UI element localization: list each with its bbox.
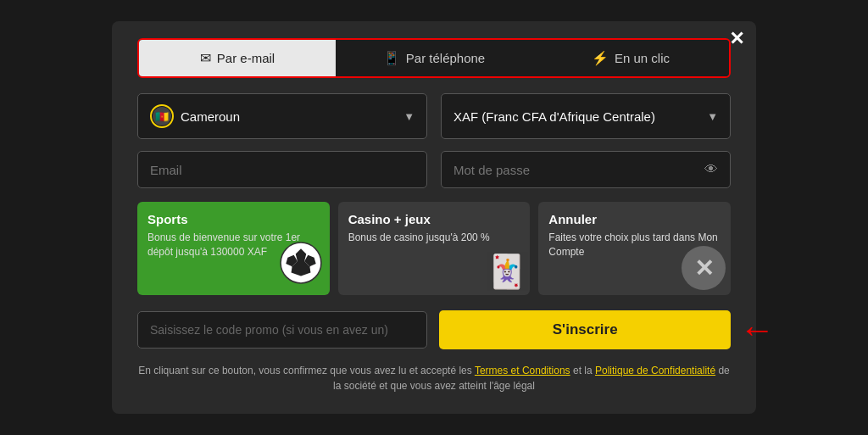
tab-container: ✉ Par e-mail 📱 Par téléphone ⚡ En un cli…: [137, 38, 731, 78]
arrow-icon: ←: [739, 312, 775, 348]
footer-text-middle: et la: [570, 365, 595, 376]
phone-icon: 📱: [383, 50, 400, 66]
bonus-card-annuler[interactable]: Annuler Faites votre choix plus tard dan…: [538, 202, 731, 295]
credentials-row: 👁: [137, 151, 731, 188]
email-icon: ✉: [200, 50, 211, 66]
chevron-down-icon: ▼: [707, 110, 718, 123]
lightning-icon: ⚡: [592, 50, 609, 66]
register-button[interactable]: S'inscrire: [439, 310, 731, 349]
bonus-card-sports[interactable]: Sports Bonus de bienvenue sur votre 1er …: [137, 202, 330, 295]
password-field-wrapper: 👁: [441, 151, 731, 188]
tab-phone[interactable]: 📱 Par téléphone: [336, 40, 532, 76]
soccer-ball-icon: [279, 241, 323, 288]
x-circle-icon: ✕: [682, 246, 726, 290]
footer-text: En cliquant sur ce bouton, vous confirme…: [137, 363, 731, 393]
tab-phone-label: Par téléphone: [406, 51, 485, 65]
tab-email-label: Par e-mail: [217, 51, 275, 65]
tab-oneclick-label: En un clic: [615, 51, 670, 65]
casino-bonus-title: Casino + jeux: [348, 212, 520, 226]
country-label: Cameroun: [181, 109, 240, 124]
chevron-down-icon: ▼: [403, 110, 415, 123]
email-field-wrapper: [137, 151, 427, 188]
cards-icon: 🃏: [487, 253, 526, 290]
casino-bonus-text: Bonus de casino jusqu'à 200 %: [348, 231, 520, 245]
bonus-card-casino[interactable]: Casino + jeux Bonus de casino jusqu'à 20…: [338, 202, 531, 295]
registration-modal: ✕ ✉ Par e-mail 📱 Par téléphone ⚡ En un c…: [112, 21, 756, 414]
eye-icon[interactable]: 👁: [704, 162, 718, 177]
currency-dropdown[interactable]: XAF (Franc CFA d'Afrique Centrale) ▼: [441, 93, 731, 139]
tab-oneclick[interactable]: ⚡ En un clic: [532, 40, 729, 76]
country-dropdown[interactable]: 🇨🇲 Cameroun ▼: [137, 93, 427, 139]
country-currency-row: 🇨🇲 Cameroun ▼ XAF (Franc CFA d'Afrique C…: [137, 93, 731, 139]
promo-input[interactable]: [137, 311, 427, 349]
privacy-link[interactable]: Politique de Confidentialité: [595, 365, 715, 376]
email-input[interactable]: [150, 163, 415, 177]
terms-link[interactable]: Termes et Conditions: [475, 365, 570, 376]
password-input[interactable]: [453, 163, 704, 177]
tab-email[interactable]: ✉ Par e-mail: [139, 40, 336, 76]
action-row: S'inscrire ←: [137, 310, 731, 349]
sports-bonus-title: Sports: [147, 212, 320, 226]
bonus-cards-row: Sports Bonus de bienvenue sur votre 1er …: [137, 202, 731, 295]
flag-icon: 🇨🇲: [150, 104, 174, 128]
annuler-title: Annuler: [548, 212, 721, 226]
close-button[interactable]: ✕: [729, 30, 744, 48]
currency-label: XAF (Franc CFA d'Afrique Centrale): [453, 109, 655, 124]
footer-text-before: En cliquant sur ce bouton, vous confirme…: [138, 365, 475, 376]
register-btn-wrapper: S'inscrire ←: [439, 310, 731, 349]
